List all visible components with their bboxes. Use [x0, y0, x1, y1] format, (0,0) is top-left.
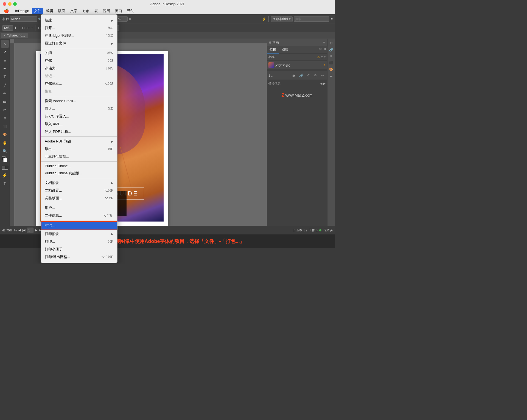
link-item-jellyfish[interactable]: jellyfish.jpg 1: [267, 61, 327, 69]
menu-window[interactable]: 窗口: [113, 8, 124, 14]
menu-print[interactable]: 打印... ⌘P: [41, 238, 117, 245]
menu-edit[interactable]: 编辑: [44, 8, 55, 14]
prev-page-icon[interactable]: ◀: [18, 228, 21, 232]
view-mode[interactable]: [2, 166, 8, 170]
menu-file-info[interactable]: 文件信息... ⌥⌃⌘I: [41, 212, 117, 219]
zoom-tool[interactable]: 🔍: [1, 147, 9, 155]
panel-menu-icon[interactable]: ≡: [323, 46, 327, 54]
menu-print-presets[interactable]: 打印预设 ▶: [41, 230, 117, 238]
menu-share-review[interactable]: 共享以供审阅...: [41, 153, 117, 161]
menu-doc-presets[interactable]: 文档预设 ▶: [41, 179, 117, 187]
menu-user[interactable]: 用户...: [41, 204, 117, 212]
update-link-icon[interactable]: ↺: [305, 72, 311, 79]
gap-tool[interactable]: ⊕: [1, 57, 9, 64]
menu-layout[interactable]: 版面: [56, 8, 68, 14]
menu-print-booklet[interactable]: 打印小册子...: [41, 245, 117, 253]
strip-icon-3[interactable]: ≡: [328, 53, 334, 59]
menu-type[interactable]: 文字: [68, 8, 80, 14]
hand-tool[interactable]: ✋: [1, 139, 9, 147]
close-button[interactable]: [3, 2, 6, 6]
import-xml-label: 导入 XML...: [45, 122, 63, 127]
document-tab[interactable]: × *Share.ind...: [1, 33, 28, 38]
update-all-icon[interactable]: ⟳: [312, 72, 318, 79]
minimize-button[interactable]: [8, 2, 12, 6]
color-swatch[interactable]: [2, 156, 8, 163]
menu-close[interactable]: 关闭 ⌘W: [41, 49, 117, 57]
font-name-input[interactable]: [10, 16, 37, 22]
menu-object[interactable]: 对象: [80, 8, 92, 14]
save-label: 存储: [45, 58, 52, 63]
gradient-tool[interactable]: ⬛: [1, 122, 9, 130]
type-bottom-tool[interactable]: T: [1, 180, 9, 187]
rectangle-tool[interactable]: ▭: [1, 98, 9, 105]
menu-new[interactable]: 新建 ▶: [41, 16, 117, 24]
menu-view[interactable]: 视图: [101, 8, 112, 14]
apple-menu[interactable]: 🍎: [2, 8, 11, 14]
swatch-tool[interactable]: 🎨: [1, 131, 9, 138]
menu-publish-online[interactable]: Publish Online...: [41, 163, 117, 169]
menu-open[interactable]: 打开... ⌘O: [41, 24, 117, 32]
font-size-input[interactable]: [2, 25, 13, 31]
panel-more-icon[interactable]: ≡: [323, 41, 325, 44]
animation-panel-header: 动画 ≡: [267, 39, 327, 46]
menu-import-pdf[interactable]: 导入 PDF 注释...: [41, 128, 117, 136]
tab-layers[interactable]: 图层: [279, 46, 291, 54]
scissor-tool[interactable]: ✂: [1, 106, 9, 114]
next-link-icon[interactable]: ▶: [323, 82, 326, 85]
menu-save-as[interactable]: 存储为... ⇧⌘S: [41, 65, 117, 72]
search-input[interactable]: [294, 16, 329, 22]
page-input[interactable]: [27, 228, 33, 233]
menu-search-stock[interactable]: 搜索 Adobe Stock...: [41, 97, 117, 105]
menu-group-8: 打包... 打印预设 ▶ 打印... ⌘P 打印小册子... 打印/导出网格..…: [41, 220, 117, 262]
menu-package[interactable]: 打包...: [41, 221, 117, 230]
maximize-button[interactable]: [13, 2, 17, 6]
export-button[interactable]: ⬆ 数字出版 ▾: [271, 16, 293, 22]
menu-save[interactable]: 存储 ⌘S: [41, 57, 117, 65]
expand-icon[interactable]: >>: [318, 46, 323, 54]
pen-tool[interactable]: ✒: [1, 65, 9, 72]
strip-icon-6[interactable]: ═: [328, 73, 334, 79]
name-column-label: 名称: [268, 55, 274, 59]
strip-icon-4[interactable]: ⬛: [328, 60, 334, 66]
menu-bridge[interactable]: 在 Bridge 中浏览... ⌃⌘O: [41, 32, 117, 40]
link-info: 链接信息 ◀ ▶: [267, 80, 327, 87]
status-text: 无错误: [324, 228, 333, 232]
next-page-icon[interactable]: ▶: [35, 228, 37, 232]
menu-save-copy[interactable]: 存储副本... ⌥⌘S: [41, 80, 117, 88]
menu-recent[interactable]: 最近打开文件 ▶: [41, 40, 117, 47]
tab-close-icon[interactable]: ×: [4, 33, 6, 37]
menu-adjust-layout[interactable]: 调整版面... ⌥⇧P: [41, 194, 117, 202]
line-tool[interactable]: ╱: [1, 81, 9, 89]
type-tool[interactable]: T: [1, 73, 9, 81]
select-tool[interactable]: ↖: [1, 40, 9, 48]
strip-icon-5[interactable]: 🎨: [328, 66, 334, 72]
free-transform-tool[interactable]: ⊠: [1, 114, 9, 122]
menu-print-grid[interactable]: 打印/导出网格... ⌥⌃⌘P: [41, 253, 117, 261]
strip-icon-2[interactable]: 🔗: [328, 47, 334, 53]
direct-select-tool[interactable]: ↗: [1, 48, 9, 56]
goto-link-icon[interactable]: 🔗: [298, 72, 304, 79]
bridge-label: 在 Bridge 中浏览...: [45, 33, 74, 38]
menu-pdf-presets[interactable]: Adobe PDF 预设 ▶: [41, 138, 117, 145]
menu-place-cc[interactable]: 从 CC 库置入...: [41, 113, 117, 120]
menu-publish-dashboard[interactable]: Publish Online 功能板...: [41, 169, 117, 177]
open-shortcut: ⌘O: [108, 26, 113, 30]
strip-icon-1[interactable]: ⊡: [328, 40, 334, 46]
menu-doc-setup[interactable]: 文档设置... ⌥⌘P: [41, 187, 117, 194]
relink-icon[interactable]: ⛓: [291, 72, 297, 79]
menu-file[interactable]: 文件: [32, 8, 43, 14]
place-cc-label: 从 CC 库置入...: [45, 114, 69, 119]
menu-table[interactable]: 表: [92, 8, 100, 14]
tab-links[interactable]: 链接: [267, 46, 279, 54]
prev-page-2-icon[interactable]: |◀: [22, 228, 25, 232]
menu-indesign[interactable]: InDesign: [13, 8, 31, 13]
pencil-tool[interactable]: ✏: [1, 89, 9, 97]
prev-link-icon[interactable]: ◀: [320, 82, 322, 85]
menu-help[interactable]: 帮助: [125, 8, 136, 14]
font-label: 字: [2, 17, 5, 21]
menu-export[interactable]: 导出... ⌘E: [41, 145, 117, 153]
menu-import-xml[interactable]: 导入 XML...: [41, 120, 117, 128]
menu-place[interactable]: 置入... ⌘D: [41, 105, 117, 113]
save-copy-shortcut: ⌥⌘S: [104, 82, 113, 86]
edit-link-icon[interactable]: ✏: [319, 72, 326, 79]
